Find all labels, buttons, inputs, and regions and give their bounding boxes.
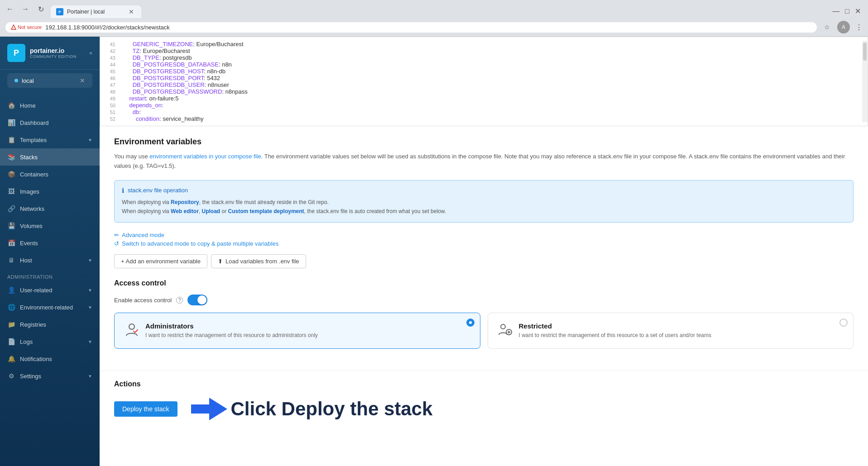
sidebar-item-events[interactable]: 📅 Events bbox=[0, 234, 100, 252]
access-control-section: Access control Enable access control ? bbox=[114, 279, 854, 349]
code-line-45: 45 DB_POSTGRESDB_HOST: n8n-db bbox=[100, 68, 862, 75]
sidebar-item-templates[interactable]: 📋 Templates ▼ bbox=[0, 131, 100, 148]
sidebar-item-dashboard[interactable]: 📊 Dashboard bbox=[0, 114, 100, 131]
svg-text:!: ! bbox=[13, 27, 14, 29]
info-box: ℹ stack.env file operation When deployin… bbox=[114, 180, 854, 223]
user-icon: 👤 bbox=[7, 286, 15, 294]
window-minimize-btn[interactable]: — bbox=[832, 7, 839, 15]
admin-radio[interactable] bbox=[466, 319, 475, 327]
chevron-down-icon: ▼ bbox=[88, 258, 92, 263]
access-control-toggle[interactable] bbox=[187, 295, 207, 305]
env-section-desc: You may use environment variables in you… bbox=[114, 152, 854, 171]
env-indicator[interactable]: local ✕ bbox=[7, 73, 92, 88]
sidebar-item-label: Settings bbox=[20, 373, 83, 380]
sidebar-item-label: Volumes bbox=[20, 223, 92, 229]
access-enable-row: Enable access control ? bbox=[114, 295, 854, 305]
browser-menu-btn[interactable]: ⋮ bbox=[855, 23, 863, 32]
browser-tab[interactable]: P Portainer | local ✕ bbox=[51, 5, 141, 18]
code-line-41: 41 GENERIC_TIMEZONE: Europe/Bucharest bbox=[100, 41, 862, 48]
info-box-body: When deploying via Repository, the stack… bbox=[122, 198, 846, 216]
deploy-stack-button[interactable]: Deploy the stack bbox=[114, 401, 177, 417]
browser-reload-btn[interactable]: ↻ bbox=[34, 3, 47, 15]
help-icon[interactable]: ? bbox=[176, 297, 183, 304]
access-section-title: Access control bbox=[114, 279, 854, 287]
bookmark-btn[interactable]: ☆ bbox=[820, 24, 834, 31]
admin-section-header: Administration bbox=[0, 269, 100, 281]
scrollbar-thumb[interactable] bbox=[863, 43, 867, 61]
admin-card-content: Administrators I want to restrict the ma… bbox=[145, 322, 318, 339]
tab-favicon: P bbox=[56, 8, 63, 15]
chevron-down-icon: ▼ bbox=[88, 374, 92, 379]
sidebar-item-networks[interactable]: 🔗 Networks bbox=[0, 200, 100, 217]
sidebar-item-containers[interactable]: 📦 Containers bbox=[0, 166, 100, 183]
advanced-mode-hint[interactable]: ↺ Switch to advanced mode to copy & past… bbox=[114, 240, 854, 247]
sidebar-item-notifications[interactable]: 🔔 Notifications bbox=[0, 350, 100, 367]
access-card-restricted[interactable]: Restricted I want to restrict the manage… bbox=[488, 313, 854, 349]
env-actions: + Add an environment variable ⬆ Load var… bbox=[114, 254, 854, 268]
address-bar: ! Not secure 192.168.1.18:9000/#!/2/dock… bbox=[0, 18, 868, 37]
scrollbar-track[interactable] bbox=[862, 41, 868, 122]
sidebar-item-label: Containers bbox=[20, 171, 92, 178]
env-section-title: Environment variables bbox=[114, 137, 854, 147]
add-env-variable-button[interactable]: + Add an environment variable bbox=[114, 254, 207, 268]
main-content: 41 GENERIC_TIMEZONE: Europe/Bucharest 42… bbox=[100, 37, 868, 466]
sidebar-item-label: Images bbox=[20, 188, 92, 195]
sidebar-collapse-btn[interactable]: « bbox=[89, 50, 92, 56]
access-cards: Administrators I want to restrict the ma… bbox=[114, 313, 854, 349]
sidebar-item-label: Host bbox=[20, 257, 83, 264]
edit-icon: ✏ bbox=[114, 232, 119, 238]
env-name: local bbox=[22, 77, 76, 84]
images-icon: 🖼 bbox=[7, 187, 15, 195]
sidebar-item-label: Logs bbox=[20, 338, 83, 345]
profile-avatar[interactable]: A bbox=[837, 21, 850, 33]
env-close-btn[interactable]: ✕ bbox=[80, 77, 85, 84]
actions-section: Actions Deploy the stack Click Deploy th… bbox=[100, 371, 868, 437]
environment-icon: 🌐 bbox=[7, 303, 15, 311]
settings-icon: ⚙ bbox=[7, 372, 15, 380]
stacks-icon: 📚 bbox=[7, 153, 15, 161]
advanced-mode-link[interactable]: ✏ Advanced mode bbox=[114, 232, 854, 238]
sidebar-item-home[interactable]: 🏠 Home bbox=[0, 97, 100, 114]
sidebar-item-stacks[interactable]: 📚 Stacks bbox=[0, 148, 100, 166]
load-variables-button[interactable]: ⬆ Load variables from .env file bbox=[211, 254, 306, 268]
browser-forward-btn[interactable]: → bbox=[19, 3, 32, 15]
home-icon: 🏠 bbox=[7, 101, 15, 109]
sidebar: P portainer.io COMMUNITY EDITION « local… bbox=[0, 37, 100, 466]
tab-close-btn[interactable]: ✕ bbox=[129, 8, 134, 15]
notifications-icon: 🔔 bbox=[7, 355, 15, 363]
admin-card-icon bbox=[124, 322, 140, 338]
sidebar-item-label: Home bbox=[20, 102, 92, 109]
logo-edition: COMMUNITY EDITION bbox=[30, 54, 77, 59]
sidebar-item-user-related[interactable]: 👤 User-related ▼ bbox=[0, 281, 100, 299]
browser-back-btn[interactable]: ← bbox=[4, 3, 16, 15]
logs-icon: 📄 bbox=[7, 338, 15, 346]
sidebar-item-label: Notifications bbox=[20, 356, 92, 362]
sidebar-item-label: Events bbox=[20, 240, 92, 247]
sidebar-item-environment-related[interactable]: 🌐 Environment-related ▼ bbox=[0, 299, 100, 316]
sidebar-nav: 🏠 Home 📊 Dashboard 📋 Templates ▼ 📚 Stack… bbox=[0, 93, 100, 466]
env-compose-link[interactable]: environment variables in your compose fi… bbox=[149, 153, 261, 160]
chevron-down-icon: ▼ bbox=[88, 339, 92, 344]
restricted-radio[interactable] bbox=[839, 319, 848, 327]
sidebar-item-logs[interactable]: 📄 Logs ▼ bbox=[0, 333, 100, 350]
refresh-icon: ↺ bbox=[114, 240, 119, 247]
restricted-card-content: Restricted I want to restrict the manage… bbox=[519, 322, 712, 339]
sidebar-item-images[interactable]: 🖼 Images bbox=[0, 183, 100, 200]
code-line-42: 42 TZ: Europe/Bucharest bbox=[100, 48, 862, 54]
code-line-43: 43 DB_TYPE: postgresdb bbox=[100, 54, 862, 61]
window-close-btn[interactable]: ✕ bbox=[855, 7, 861, 15]
sidebar-item-volumes[interactable]: 💾 Volumes bbox=[0, 217, 100, 234]
toggle-knob bbox=[197, 295, 206, 304]
chevron-down-icon: ▼ bbox=[88, 288, 92, 293]
upload-icon: ⬆ bbox=[218, 258, 223, 265]
svg-marker-6 bbox=[191, 398, 227, 420]
sidebar-item-host[interactable]: 🖥 Host ▼ bbox=[0, 252, 100, 269]
window-maximize-btn[interactable]: □ bbox=[845, 7, 849, 15]
info-icon: ℹ bbox=[122, 187, 124, 194]
address-url[interactable]: 192.168.1.18:9000/#!/2/docker/stacks/new… bbox=[45, 24, 170, 31]
sidebar-item-registries[interactable]: 📁 Registries bbox=[0, 316, 100, 333]
sidebar-item-label: Dashboard bbox=[20, 119, 92, 126]
access-card-administrators[interactable]: Administrators I want to restrict the ma… bbox=[114, 313, 480, 349]
svg-point-1 bbox=[129, 324, 134, 329]
sidebar-item-settings[interactable]: ⚙ Settings ▼ bbox=[0, 367, 100, 385]
